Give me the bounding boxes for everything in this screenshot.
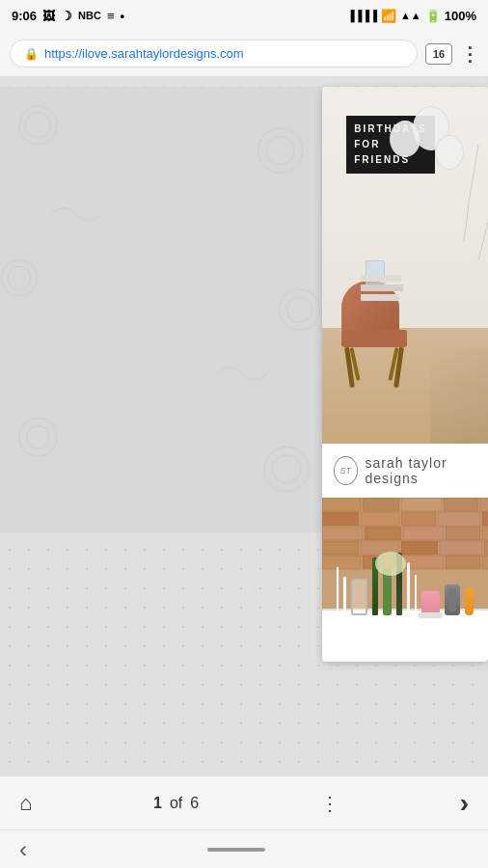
background-pattern — [0, 87, 322, 532]
svg-rect-22 — [401, 512, 436, 526]
candle-3 — [407, 562, 409, 615]
title-line3: FRIENDS — [354, 152, 426, 168]
bottom-nav: ⌂ 1 of 6 ⋮ › — [0, 775, 488, 829]
cake-plate — [419, 612, 444, 618]
signal-bars-icon: ▐▐▐▐ — [347, 10, 377, 21]
status-bar: 9:06 🖼 ☽ NBC ≡ • ▐▐▐▐ 📶 ▲▲ 🔋 100% — [0, 0, 488, 31]
svg-rect-18 — [480, 498, 488, 511]
svg-rect-15 — [363, 498, 399, 511]
flowers — [375, 552, 406, 576]
back-button[interactable]: ‹ — [19, 836, 27, 863]
status-left: 9:06 🖼 ☽ NBC ≡ • — [12, 9, 124, 23]
table-surface — [322, 609, 488, 662]
svg-point-12 — [273, 455, 301, 483]
next-button[interactable]: › — [460, 788, 469, 819]
current-page: 1 — [153, 795, 162, 812]
svg-point-4 — [266, 137, 294, 165]
gallery-icon: 🖼 — [42, 9, 55, 23]
svg-point-3 — [258, 128, 303, 173]
url-bar[interactable]: 🔒 https://ilove.sarahtaylordesigns.com — [10, 40, 418, 68]
svg-rect-24 — [482, 512, 488, 526]
svg-rect-21 — [361, 512, 399, 526]
corner-shadow — [430, 347, 488, 444]
birthdays-image: BIRTHDAYS FOR FRIENDS — [322, 87, 488, 444]
candle-2 — [343, 577, 345, 615]
svg-point-10 — [27, 425, 50, 448]
svg-rect-0 — [0, 87, 322, 532]
chair-seat — [341, 330, 407, 347]
ice-bucket — [445, 584, 460, 615]
svg-rect-23 — [438, 512, 480, 526]
browser-bottom-bar: ‹ — [0, 829, 488, 868]
svg-rect-29 — [446, 527, 480, 540]
table-items — [337, 553, 474, 615]
svg-rect-17 — [444, 498, 478, 511]
cake — [421, 591, 441, 615]
balloon-2 — [390, 121, 420, 157]
wifi-icon: 📶 — [381, 9, 396, 23]
svg-point-5 — [1, 260, 37, 296]
candle-4 — [415, 575, 417, 615]
party-table-image — [322, 498, 488, 662]
pagination-separator: of — [170, 795, 182, 812]
flower-vase — [383, 569, 392, 615]
brand-name: sarah taylor designs — [366, 455, 477, 486]
svg-rect-27 — [365, 527, 401, 540]
book-1 — [361, 275, 401, 282]
total-pages: 6 — [190, 795, 199, 812]
orange-glass — [465, 588, 474, 615]
balloon-strings — [459, 145, 488, 260]
main-content: BIRTHDAYS FOR FRIENDS — [0, 77, 488, 775]
book-stack — [361, 275, 403, 301]
signal-icon: ≡ — [107, 9, 115, 23]
moon-icon: ☽ — [61, 9, 72, 23]
ice-bucket-inner — [448, 588, 456, 611]
home-button[interactable]: ⌂ — [19, 791, 32, 816]
svg-point-8 — [286, 297, 312, 322]
svg-point-6 — [8, 266, 31, 289]
cellular-icon: ▲▲ — [400, 10, 421, 21]
svg-rect-30 — [482, 527, 488, 540]
svg-point-11 — [264, 447, 309, 491]
wire-stand — [351, 579, 367, 615]
more-options-button[interactable]: ⋮ — [320, 792, 339, 815]
svg-rect-28 — [403, 527, 444, 540]
status-right: ▐▐▐▐ 📶 ▲▲ 🔋 100% — [347, 9, 476, 23]
browser-menu-button[interactable]: ⋮ — [460, 42, 478, 66]
svg-point-1 — [19, 106, 58, 145]
svg-rect-16 — [401, 498, 442, 511]
svg-point-9 — [19, 418, 58, 456]
browser-bar: 🔒 https://ilove.sarahtaylordesigns.com 1… — [0, 31, 488, 77]
book-2 — [361, 285, 403, 291]
lock-icon: 🔒 — [24, 47, 39, 61]
brand-logo-text: ST — [340, 466, 352, 475]
svg-rect-36 — [484, 541, 488, 555]
tab-count-button[interactable]: 16 — [425, 43, 452, 65]
battery-percent: 100% — [445, 9, 476, 23]
svg-rect-42 — [482, 556, 488, 569]
content-card: BIRTHDAYS FOR FRIENDS — [322, 87, 488, 662]
svg-rect-20 — [322, 512, 359, 526]
book-3 — [361, 294, 399, 301]
cnbc-icon: NBC — [78, 10, 101, 21]
battery-icon: 🔋 — [425, 9, 441, 23]
candle-1 — [337, 567, 339, 615]
scroll-indicator — [207, 848, 265, 852]
svg-point-7 — [279, 289, 319, 330]
brand-section: ST sarah taylor designs — [322, 444, 488, 498]
pagination: 1 of 6 — [153, 795, 199, 812]
status-time: 9:06 — [12, 9, 37, 23]
url-text: https://ilove.sarahtaylordesigns.com — [44, 46, 244, 61]
dot-icon: • — [120, 9, 124, 23]
brand-logo: ST — [334, 456, 357, 485]
svg-point-2 — [25, 112, 50, 137]
svg-rect-26 — [322, 527, 363, 540]
svg-rect-14 — [322, 498, 361, 511]
